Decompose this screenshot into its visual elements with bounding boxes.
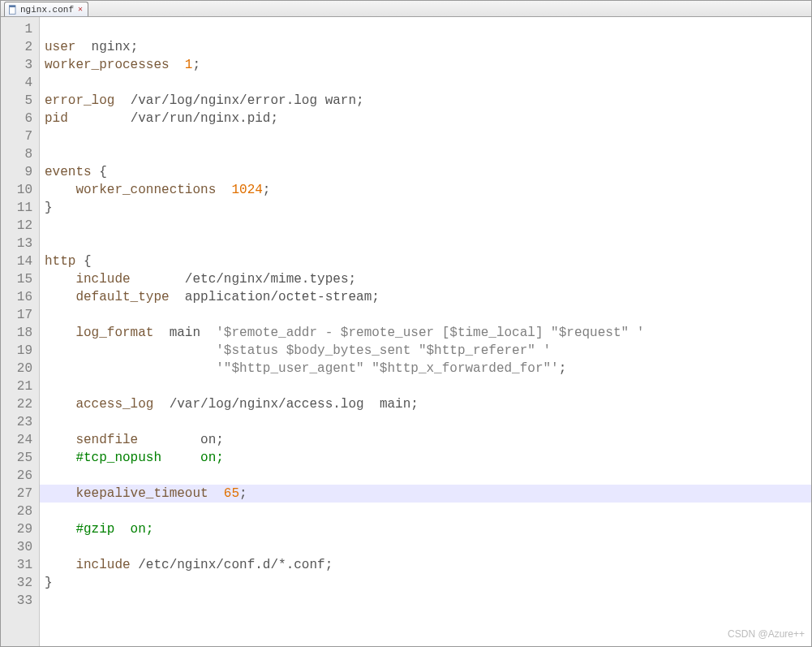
code-line[interactable]: default_type application/octet-stream;	[40, 288, 811, 306]
token-kw: events	[45, 165, 92, 179]
code-line[interactable]: worker_processes 1;	[40, 56, 811, 74]
token-txt	[45, 272, 75, 287]
code-line[interactable]	[40, 74, 811, 92]
token-br: }	[45, 201, 53, 215]
token-txt: ;	[131, 40, 139, 54]
token-txt: main	[153, 326, 216, 340]
token-txt: nginx	[92, 40, 131, 54]
token-txt	[208, 486, 224, 501]
token-txt	[131, 272, 185, 287]
code-line[interactable]: worker_connections 1024;	[40, 181, 811, 199]
code-line[interactable]: }	[40, 199, 811, 217]
code-line[interactable]: '$status $body_bytes_sent "$http_referer…	[40, 342, 811, 360]
code-line[interactable]	[40, 306, 811, 324]
line-number: 21	[12, 377, 32, 395]
line-number: 29	[12, 520, 32, 538]
token-txt: ;	[263, 183, 271, 197]
token-txt	[45, 486, 75, 501]
code-line[interactable]: events {	[40, 163, 811, 181]
code-line[interactable]: #gzip on;	[40, 520, 811, 538]
line-number: 12	[12, 217, 32, 235]
code-line[interactable]: include /etc/nginx/conf.d/*.conf;	[40, 556, 811, 574]
code-line[interactable]: '"$http_user_agent" "$http_x_forwarded_f…	[40, 360, 811, 377]
token-txt	[45, 433, 75, 447]
token-path: /var/log/nginx/error.log	[131, 93, 317, 108]
close-icon[interactable]: ✕	[76, 6, 84, 14]
token-txt: on;	[138, 433, 224, 447]
token-path: /etc/nginx/mime.types	[185, 272, 349, 287]
line-number: 24	[12, 431, 32, 449]
code-line[interactable]	[40, 217, 811, 235]
tab-bar: nginx.conf ✕	[1, 1, 811, 17]
line-number: 15	[12, 270, 32, 288]
line-number: 14	[12, 252, 32, 270]
code-line[interactable]: http {	[40, 252, 811, 270]
token-txt: main;	[364, 397, 419, 412]
line-number: 32	[12, 574, 32, 592]
line-number: 11	[12, 199, 32, 217]
token-kw: worker_connections	[75, 183, 216, 197]
token-br: }	[45, 576, 53, 590]
token-kw: worker_processes	[45, 58, 170, 72]
line-number: 23	[12, 413, 32, 431]
token-kw: sendfile	[75, 433, 138, 447]
code-line[interactable]: #tcp_nopush on;	[40, 449, 811, 467]
code-line[interactable]	[40, 467, 811, 485]
token-txt	[45, 343, 216, 358]
code-line[interactable]	[40, 538, 811, 556]
code-line[interactable]: }	[40, 574, 811, 592]
token-str: '$status $body_bytes_sent "$http_referer…	[216, 343, 551, 358]
code-line[interactable]	[40, 235, 811, 252]
tab-filename: nginx.conf	[20, 5, 74, 15]
file-tab[interactable]: nginx.conf ✕	[4, 2, 88, 16]
line-number: 10	[12, 181, 32, 199]
token-str: '"$http_user_agent" "$http_x_forwarded_f…	[216, 361, 558, 376]
token-txt	[45, 522, 75, 537]
code-line[interactable]	[40, 413, 811, 431]
code-area[interactable]: user nginx;worker_processes 1;error_log …	[40, 17, 811, 646]
code-line[interactable]	[40, 127, 811, 145]
line-number: 19	[12, 342, 32, 360]
token-kw: default_type	[75, 290, 169, 304]
token-num: 1	[185, 58, 193, 72]
code-line[interactable]: user nginx;	[40, 38, 811, 56]
line-number: 9	[12, 163, 32, 181]
token-txt	[68, 111, 131, 126]
token-txt	[92, 165, 100, 179]
token-txt	[45, 451, 75, 465]
token-br: {	[84, 254, 92, 269]
code-line[interactable]	[40, 377, 811, 395]
token-cmt: #tcp_nopush on;	[75, 451, 223, 465]
code-line[interactable]: access_log /var/log/nginx/access.log mai…	[40, 395, 811, 413]
token-txt: ;	[239, 486, 247, 501]
code-line[interactable]	[40, 503, 811, 520]
token-str: '$remote_addr - $remote_user [$time_loca…	[216, 326, 644, 340]
token-txt	[45, 183, 75, 197]
code-editor[interactable]: 1234567891011121314151617181920212223242…	[1, 17, 811, 646]
svg-rect-1	[10, 5, 16, 6]
token-kw: access_log	[75, 397, 153, 412]
token-path: /etc/nginx/conf.d/*.conf	[138, 558, 324, 572]
line-number: 17	[12, 306, 32, 324]
token-txt: ;	[559, 361, 567, 376]
line-number: 20	[12, 360, 32, 377]
token-kw: include	[75, 558, 130, 572]
code-line[interactable]: error_log /var/log/nginx/error.log warn;	[40, 92, 811, 110]
token-kw: http	[45, 254, 75, 269]
line-number: 6	[12, 110, 32, 127]
file-icon	[8, 5, 18, 15]
line-number: 27	[12, 485, 32, 503]
code-line[interactable]	[40, 145, 811, 163]
code-line[interactable]: log_format main '$remote_addr - $remote_…	[40, 324, 811, 342]
line-number: 25	[12, 449, 32, 467]
code-line[interactable]: keepalive_timeout 65;	[40, 485, 811, 503]
code-line[interactable]: sendfile on;	[40, 431, 811, 449]
code-line[interactable]	[40, 20, 811, 38]
token-txt	[45, 361, 216, 376]
line-number: 5	[12, 92, 32, 110]
code-line[interactable]: pid /var/run/nginx.pid;	[40, 110, 811, 127]
code-line[interactable]	[40, 592, 811, 610]
token-kw: user	[45, 40, 75, 54]
line-number: 3	[12, 56, 32, 74]
code-line[interactable]: include /etc/nginx/mime.types;	[40, 270, 811, 288]
